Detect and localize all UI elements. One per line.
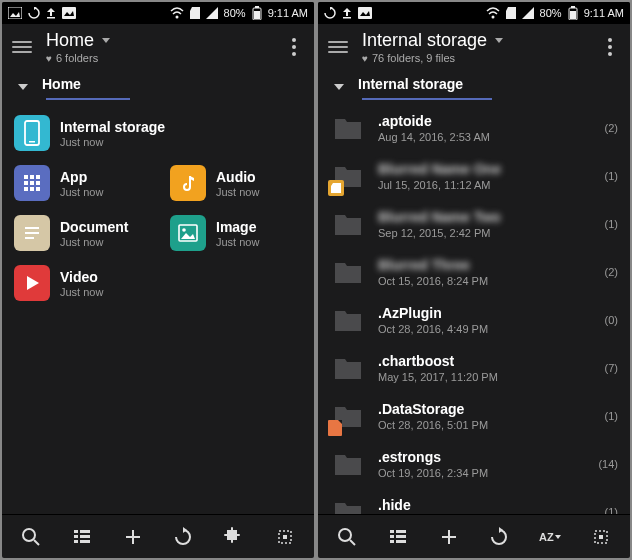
chevron-down-icon[interactable] bbox=[18, 84, 28, 90]
svg-rect-39 bbox=[571, 6, 575, 8]
svg-rect-14 bbox=[36, 181, 40, 185]
signal-icon bbox=[522, 7, 534, 19]
signal-icon bbox=[206, 7, 218, 19]
folder-icon bbox=[330, 494, 366, 514]
item-label: Document bbox=[60, 219, 128, 235]
header-subtitle: 6 folders bbox=[56, 52, 98, 64]
folder-label: Blurred Name One bbox=[378, 161, 593, 177]
bottom-toolbar: AZ bbox=[318, 514, 630, 558]
sd-icon bbox=[190, 7, 200, 19]
svg-rect-29 bbox=[74, 540, 78, 543]
svg-point-37 bbox=[491, 16, 494, 19]
folder-count: (2) bbox=[605, 266, 618, 278]
svg-rect-34 bbox=[283, 535, 287, 539]
home-item-app[interactable]: AppJust now bbox=[2, 158, 158, 208]
svg-line-24 bbox=[34, 540, 39, 545]
svg-line-42 bbox=[350, 540, 355, 545]
title-dropdown[interactable]: Internal storage bbox=[362, 30, 598, 51]
refresh-button[interactable] bbox=[479, 517, 519, 557]
chevron-down-icon[interactable] bbox=[334, 84, 344, 90]
folder-count: (7) bbox=[605, 362, 618, 374]
folder-icon bbox=[330, 446, 366, 482]
battery-icon bbox=[252, 6, 262, 20]
image-icon bbox=[8, 7, 22, 19]
view-button[interactable] bbox=[378, 517, 418, 557]
image-icon bbox=[170, 215, 206, 251]
battery-text: 80% bbox=[224, 7, 246, 19]
select-button[interactable] bbox=[581, 517, 621, 557]
svg-rect-13 bbox=[30, 181, 34, 185]
svg-rect-26 bbox=[80, 530, 90, 533]
folder-count: (14) bbox=[598, 458, 618, 470]
doc-icon bbox=[14, 215, 50, 251]
sort-button[interactable]: AZ bbox=[530, 517, 570, 557]
folder-count: (1) bbox=[605, 410, 618, 422]
item-label: Internal storage bbox=[60, 119, 165, 135]
folder-row[interactable]: .estrongs Oct 19, 2016, 2:34 PM (14) bbox=[318, 440, 630, 488]
overflow-menu-button[interactable] bbox=[598, 35, 622, 59]
breadcrumb-current[interactable]: Home bbox=[42, 76, 81, 98]
item-label: Audio bbox=[216, 169, 259, 185]
add-button[interactable] bbox=[113, 517, 153, 557]
folder-row[interactable]: .aptoide Aug 14, 2016, 2:53 AM (2) bbox=[318, 104, 630, 152]
search-button[interactable] bbox=[327, 517, 367, 557]
view-button[interactable] bbox=[62, 517, 102, 557]
refresh-button[interactable] bbox=[163, 517, 203, 557]
home-item-video[interactable]: VideoJust now bbox=[2, 258, 158, 308]
svg-rect-9 bbox=[24, 175, 28, 179]
svg-point-41 bbox=[339, 529, 351, 541]
menu-button[interactable] bbox=[10, 35, 34, 59]
sd-badge-icon bbox=[328, 180, 344, 196]
home-item-internal-storage[interactable]: Internal storageJust now bbox=[2, 108, 314, 158]
folder-row[interactable]: Blurred Three Oct 15, 2016, 8:24 PM (2) bbox=[318, 248, 630, 296]
search-button[interactable] bbox=[11, 517, 51, 557]
overflow-menu-button[interactable] bbox=[282, 35, 306, 59]
svg-rect-46 bbox=[396, 535, 406, 538]
svg-rect-52 bbox=[599, 535, 603, 539]
folder-count: (0) bbox=[605, 314, 618, 326]
folder-row[interactable]: .DataStorage Oct 28, 2016, 5:01 PM (1) bbox=[318, 392, 630, 440]
folder-icon bbox=[330, 158, 366, 194]
home-item-image[interactable]: ImageJust now bbox=[158, 208, 314, 258]
item-sub: Just now bbox=[60, 186, 103, 198]
folder-label: Blurred Name Two bbox=[378, 209, 593, 225]
folder-sub: Oct 28, 2016, 4:49 PM bbox=[378, 323, 593, 335]
folder-row[interactable]: .hide Dec 3, 2016, 2:09 PM (1) bbox=[318, 488, 630, 514]
sync-icon bbox=[324, 7, 336, 19]
folder-label: Blurred Three bbox=[378, 257, 593, 273]
folder-sub: Jul 15, 2016, 11:12 AM bbox=[378, 179, 593, 191]
battery-icon bbox=[568, 6, 578, 20]
extensions-button[interactable] bbox=[214, 517, 254, 557]
folder-row[interactable]: .AzPlugin Oct 28, 2016, 4:49 PM (0) bbox=[318, 296, 630, 344]
folder-label: .aptoide bbox=[378, 113, 593, 129]
svg-point-22 bbox=[182, 228, 186, 232]
folder-sub: May 15, 2017, 11:20 PM bbox=[378, 371, 593, 383]
home-list: Internal storageJust now AppJust now Aud… bbox=[2, 100, 314, 514]
select-button[interactable] bbox=[265, 517, 305, 557]
clock-text: 9:11 AM bbox=[584, 7, 624, 19]
folder-label: .DataStorage bbox=[378, 401, 593, 417]
folder-row[interactable]: Blurred Name One Jul 15, 2016, 11:12 AM … bbox=[318, 152, 630, 200]
home-item-document[interactable]: DocumentJust now bbox=[2, 208, 158, 258]
breadcrumb: Internal storage bbox=[318, 68, 630, 98]
folder-row[interactable]: .chartboost May 15, 2017, 11:20 PM (7) bbox=[318, 344, 630, 392]
upload-icon bbox=[342, 7, 352, 19]
wifi-icon bbox=[170, 7, 184, 19]
home-item-audio[interactable]: AudioJust now bbox=[158, 158, 314, 208]
folder-row[interactable]: Blurred Name Two Sep 12, 2015, 2:42 PM (… bbox=[318, 200, 630, 248]
svg-rect-45 bbox=[390, 535, 394, 538]
folder-list[interactable]: .aptoide Aug 14, 2016, 2:53 AM (2) Blurr… bbox=[318, 100, 630, 514]
folder-icon bbox=[330, 302, 366, 338]
add-button[interactable] bbox=[429, 517, 469, 557]
svg-rect-12 bbox=[24, 181, 28, 185]
menu-button[interactable] bbox=[326, 35, 350, 59]
folder-count: (2) bbox=[605, 122, 618, 134]
svg-rect-27 bbox=[74, 535, 78, 538]
title-dropdown[interactable]: Home bbox=[46, 30, 282, 51]
heart-icon: ♥ bbox=[46, 53, 52, 64]
folder-sub: Oct 15, 2016, 8:24 PM bbox=[378, 275, 593, 287]
svg-rect-6 bbox=[254, 11, 260, 19]
svg-rect-47 bbox=[390, 540, 394, 543]
breadcrumb-current[interactable]: Internal storage bbox=[358, 76, 463, 98]
item-sub: Just now bbox=[216, 236, 259, 248]
